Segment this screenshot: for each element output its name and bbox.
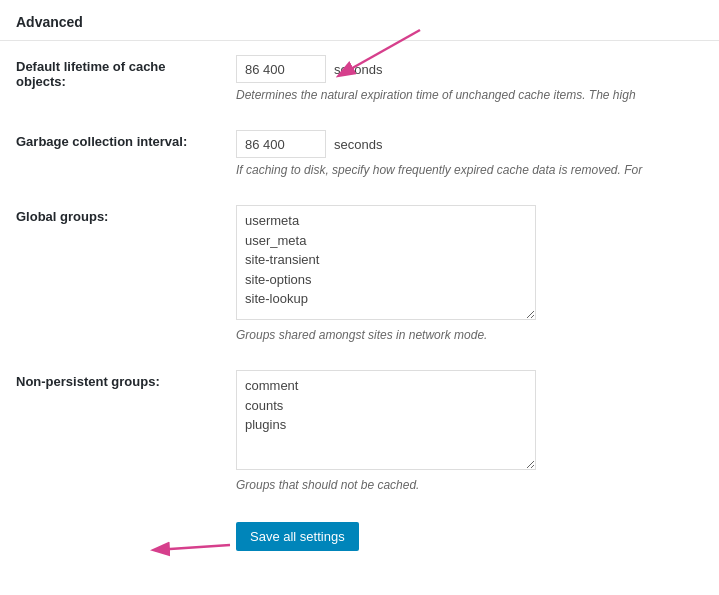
- garbage-collection-field-group: seconds: [236, 130, 703, 158]
- page-container: Advanced Default lifetime of cache objec…: [0, 0, 719, 595]
- save-all-settings-button[interactable]: Save all settings: [236, 522, 359, 551]
- cache-lifetime-unit: seconds: [334, 62, 382, 77]
- cache-lifetime-field-group: seconds: [236, 55, 703, 83]
- cache-lifetime-description: Determines the natural expiration time o…: [236, 88, 656, 102]
- garbage-collection-label: Garbage collection interval:: [0, 116, 220, 191]
- garbage-collection-input[interactable]: [236, 130, 326, 158]
- nonpersistent-groups-row: Non-persistent groups: comment counts pl…: [0, 356, 719, 506]
- nonpersistent-groups-label: Non-persistent groups:: [0, 356, 220, 506]
- cache-lifetime-cell: seconds Determines the natural expiratio…: [220, 41, 719, 116]
- global-groups-cell: usermeta user_meta site-transient site-o…: [220, 191, 719, 356]
- garbage-collection-row: Garbage collection interval: seconds If …: [0, 116, 719, 191]
- cache-lifetime-input[interactable]: [236, 55, 326, 83]
- nonpersistent-groups-cell: comment counts plugins Groups that shoul…: [220, 356, 719, 506]
- global-groups-row: Global groups: usermeta user_meta site-t…: [0, 191, 719, 356]
- cache-lifetime-label: Default lifetime of cache objects:: [0, 41, 220, 116]
- footer-row: Save all settings: [0, 506, 719, 571]
- form-table: Default lifetime of cache objects: secon…: [0, 41, 719, 506]
- global-groups-label: Global groups:: [0, 191, 220, 356]
- global-groups-textarea[interactable]: usermeta user_meta site-transient site-o…: [236, 205, 536, 320]
- cache-lifetime-row: Default lifetime of cache objects: secon…: [0, 41, 719, 116]
- nonpersistent-groups-description: Groups that should not be cached.: [236, 478, 656, 492]
- garbage-collection-cell: seconds If caching to disk, specify how …: [220, 116, 719, 191]
- nonpersistent-groups-textarea[interactable]: comment counts plugins: [236, 370, 536, 470]
- section-title: Advanced: [0, 0, 719, 41]
- garbage-collection-description: If caching to disk, specify how frequent…: [236, 163, 656, 177]
- garbage-collection-unit: seconds: [334, 137, 382, 152]
- global-groups-description: Groups shared amongst sites in network m…: [236, 328, 656, 342]
